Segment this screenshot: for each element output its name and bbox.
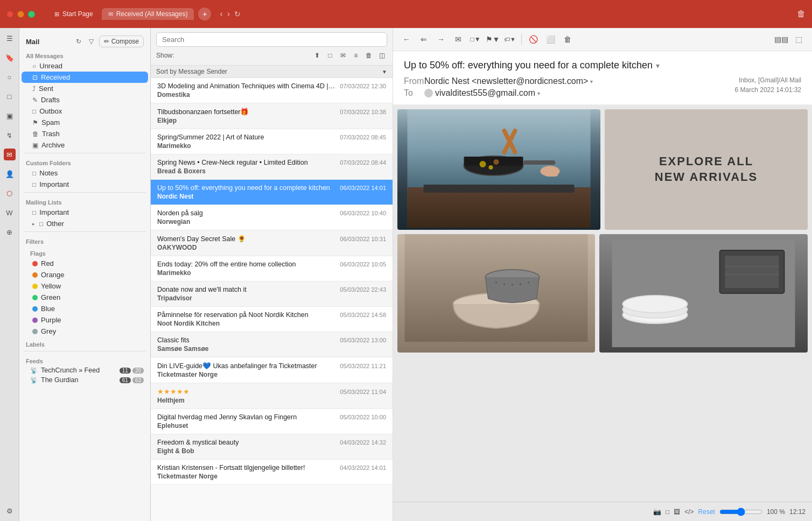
sidebar-item-unread[interactable]: ○ Unread bbox=[22, 60, 148, 72]
sidebar-item-blue[interactable]: Blue bbox=[22, 303, 148, 314]
msg-sender: Eplehuset bbox=[157, 422, 386, 430]
sort-row[interactable]: Sort by Message Sender ▼ bbox=[151, 66, 393, 78]
toolbar-flag-icon[interactable]: ⚑▼ bbox=[486, 32, 500, 46]
sidebar-nav-icon-stats[interactable]: ↯ bbox=[4, 129, 16, 141]
toolbar-new-mail-icon[interactable]: ✉ bbox=[451, 32, 465, 46]
sidebar-nav-icon-wiki[interactable]: W bbox=[4, 207, 16, 219]
sidebar-nav-icon-clock[interactable]: ○ bbox=[4, 71, 16, 83]
sidebar-item-outbox[interactable]: □ Outbox bbox=[22, 105, 148, 117]
tab-start-page[interactable]: ⊞ Start Page bbox=[48, 8, 100, 20]
table-row[interactable]: 3D Modeling and Animation Techniques wit… bbox=[151, 78, 393, 103]
table-row[interactable]: Digital hverdag med Jenny Skavlan og Fin… bbox=[151, 409, 393, 434]
toolbar-expand-icon[interactable]: ⬚ bbox=[792, 32, 806, 46]
sidebar-nav-icon-notes[interactable]: □ bbox=[4, 90, 16, 102]
table-row[interactable]: ★★★★★ 05/03/2022 11:04 Helthjem bbox=[151, 383, 393, 409]
table-row[interactable]: Kristian Kristensen - Fortsatt tilgjenge… bbox=[151, 460, 393, 485]
table-row[interactable]: Women's Day Secret Sale 🌻 06/03/2022 10:… bbox=[151, 230, 393, 256]
msg-subject: Spring/Summer 2022 | Art of Nature bbox=[157, 133, 335, 141]
sidebar-nav-icon-sidebar[interactable]: ☰ bbox=[4, 32, 16, 44]
layout-icon[interactable]: □ bbox=[666, 508, 669, 516]
sidebar-item-trash[interactable]: 🗑 Trash bbox=[22, 128, 148, 139]
email-subject-dropdown-icon[interactable]: ▾ bbox=[656, 61, 660, 70]
show-icon-trash[interactable]: 🗑 bbox=[363, 50, 374, 61]
table-row[interactable]: Norden på salg 06/03/2022 10:40 Norwegia… bbox=[151, 205, 393, 230]
maximize-button[interactable] bbox=[28, 11, 35, 18]
toolbar-reply-all-icon[interactable]: ⇐ bbox=[417, 32, 431, 46]
table-row[interactable]: Donate now and we'll match it 05/03/2022… bbox=[151, 281, 393, 307]
sidebar-item-archive[interactable]: ▣ Archive bbox=[22, 139, 148, 151]
compose-button[interactable]: ✏ Compose bbox=[99, 36, 144, 47]
msg-date: 06/03/2022 10:31 bbox=[340, 236, 386, 242]
sidebar-item-red[interactable]: Red bbox=[22, 258, 148, 269]
sidebar-item-guardian[interactable]: 📡 The Gurdian 61 63 bbox=[19, 375, 150, 385]
show-icon-upload[interactable]: ⬆ bbox=[312, 50, 323, 61]
show-row: Show: ⬆ □ ✉ ≡ 🗑 ◫ bbox=[156, 50, 387, 61]
sidebar-item-yellow[interactable]: Yellow bbox=[22, 280, 148, 292]
camera-icon[interactable]: 📷 bbox=[653, 508, 661, 516]
table-row[interactable]: Din LIVE-guide💙 Ukas anbefalinger fra Ti… bbox=[151, 357, 393, 383]
table-row[interactable]: Classic fits 05/03/2022 13:00 Samsøe Sam… bbox=[151, 332, 393, 357]
sidebar-item-techcrunch[interactable]: 📡 TechCrunch » Feed 11 20 bbox=[19, 365, 150, 375]
toolbar-reply-icon[interactable]: ← bbox=[400, 32, 414, 46]
nav-back-button[interactable]: ‹ bbox=[220, 9, 222, 19]
sidebar-item-spam[interactable]: ⚑ Spam bbox=[22, 117, 148, 128]
sidebar-item-orange[interactable]: Orange bbox=[22, 269, 148, 280]
sidebar-item-ml-important[interactable]: □ Important bbox=[22, 207, 148, 218]
table-row[interactable]: Spring/Summer 2022 | Art of Nature 07/03… bbox=[151, 129, 393, 154]
zoom-slider[interactable] bbox=[719, 508, 762, 516]
show-icon-folder[interactable]: □ bbox=[325, 50, 335, 61]
kitchen-image-panel bbox=[397, 109, 600, 230]
table-row[interactable]: Up to 50% off: everything you need for a… bbox=[151, 180, 393, 205]
sidebar-nav-icon-contacts[interactable]: 👤 bbox=[4, 168, 16, 180]
explore-arrivals-panel: EXPLORE ALLNEW ARRIVALS bbox=[605, 109, 808, 230]
sidebar-item-important[interactable]: □ Important bbox=[22, 179, 148, 190]
code-icon[interactable]: </> bbox=[684, 508, 694, 516]
sidebar-nav-icon-mail[interactable]: ✉ bbox=[4, 149, 16, 160]
image-icon[interactable]: 🖼 bbox=[674, 508, 680, 516]
tab-received[interactable]: ✉ Received (All Messages) bbox=[102, 8, 194, 20]
sidebar-nav-icon-calendar[interactable]: ▣ bbox=[4, 110, 16, 122]
techcrunch-total-count: 20 bbox=[132, 368, 144, 374]
nav-forward-button[interactable]: › bbox=[227, 9, 230, 19]
table-row[interactable]: Tilbudsbonanzaen fortsetter🎁 07/03/2022 … bbox=[151, 103, 393, 129]
add-tab-button[interactable]: + bbox=[198, 8, 211, 20]
toolbar-tag-icon[interactable]: 🏷▼ bbox=[503, 32, 517, 46]
sidebar-item-notes[interactable]: □ Notes bbox=[22, 167, 148, 179]
sidebar-item-ml-other[interactable]: ▸ □ Other bbox=[22, 218, 148, 229]
toolbar-view-mode-icon[interactable]: ▤▤ bbox=[774, 32, 788, 46]
sidebar-item-green[interactable]: Green bbox=[22, 292, 148, 303]
table-row[interactable]: Spring News • Crew-Neck regular • Limite… bbox=[151, 154, 393, 180]
techcrunch-label: TechCrunch » Feed bbox=[41, 367, 100, 374]
toolbar-archive-icon[interactable]: ⬜ bbox=[543, 32, 557, 46]
toolbar-spam-icon[interactable]: 🚫 bbox=[526, 32, 540, 46]
toolbar-delete-icon[interactable]: 🗑 bbox=[561, 32, 575, 46]
sidebar-item-purple[interactable]: Purple bbox=[22, 314, 148, 326]
sidebar-item-received[interactable]: ⊡ Received bbox=[22, 72, 148, 83]
sidebar-item-grey[interactable]: Grey bbox=[22, 326, 148, 337]
window-close-icon[interactable]: 🗑 bbox=[797, 9, 806, 19]
show-icon-list[interactable]: ≡ bbox=[351, 50, 361, 61]
refresh-button[interactable]: ↻ bbox=[74, 37, 83, 46]
toolbar-move-icon[interactable]: □▼ bbox=[468, 32, 482, 46]
toolbar-forward-icon[interactable]: → bbox=[434, 32, 448, 46]
close-button[interactable] bbox=[6, 11, 13, 18]
sidebar-item-drafts[interactable]: ✎ Drafts bbox=[22, 94, 148, 105]
to-dropdown-icon[interactable]: ▾ bbox=[537, 90, 540, 96]
sidebar-item-sent[interactable]: ⤴ Sent bbox=[22, 83, 148, 94]
reset-button[interactable]: Reset bbox=[698, 508, 715, 516]
sidebar-settings-icon[interactable]: ⚙ bbox=[4, 505, 16, 521]
sidebar-nav-icon-rss[interactable]: ⬡ bbox=[4, 187, 16, 199]
nav-reload-button[interactable]: ↻ bbox=[234, 10, 241, 18]
filter-button[interactable]: ▽ bbox=[87, 37, 96, 46]
show-icon-mail[interactable]: ✉ bbox=[338, 50, 348, 61]
table-row[interactable]: Påminnelse för reservation på Noot Nordi… bbox=[151, 307, 393, 332]
minimize-button[interactable] bbox=[17, 11, 24, 18]
show-icon-grid[interactable]: ◫ bbox=[376, 50, 387, 61]
sidebar-nav-icon-add[interactable]: ⊕ bbox=[4, 226, 16, 238]
from-dropdown-icon[interactable]: ▾ bbox=[590, 79, 593, 85]
sidebar-nav-icon-bookmark[interactable]: 🔖 bbox=[4, 52, 16, 64]
table-row[interactable]: Freedom & mystical beauty 04/03/2022 14:… bbox=[151, 434, 393, 460]
search-input[interactable] bbox=[156, 32, 387, 47]
table-row[interactable]: Ends today: 20% off the entire home coll… bbox=[151, 256, 393, 281]
ml-other-expand-icon: ▸ bbox=[32, 221, 35, 227]
